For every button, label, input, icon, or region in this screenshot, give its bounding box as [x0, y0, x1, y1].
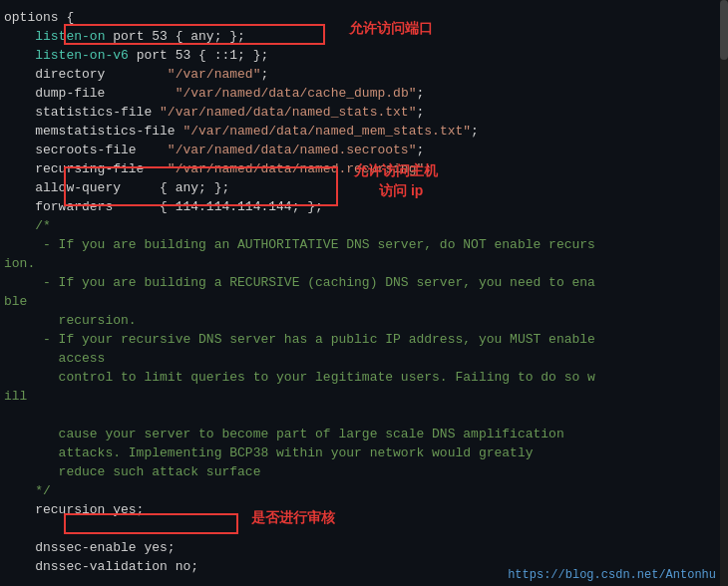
line-29: dnssec-enable yes; — [0, 538, 728, 557]
line-3: listen-on-v6 port 53 { ::1; }; — [0, 46, 728, 65]
line-23: cause your server to become part of larg… — [0, 425, 728, 443]
line-24: attacks. Implementing BCP38 within your … — [0, 443, 728, 462]
line-18: - If your recursive DNS server has a pub… — [0, 330, 728, 349]
line-15: - If you are building a RECURSIVE (cachi… — [0, 273, 728, 292]
line-22 — [0, 406, 728, 425]
footer-url: https://blog.csdn.net/Antonhu — [508, 568, 716, 582]
code-editor: options { listen-on port 53 { any; }; li… — [0, 0, 728, 586]
line-8: secroots-file "/var/named/data/named.sec… — [0, 141, 728, 159]
line-21: ill — [0, 387, 728, 406]
annotation-label-host: 允许访问主机 — [354, 162, 438, 180]
line-19: access — [0, 349, 728, 368]
line-13: - If you are building an AUTHORITATIVE D… — [0, 235, 728, 254]
line-6: statistics-file "/var/named/data/named_s… — [0, 103, 728, 122]
line-4: directory "/var/named"; — [0, 65, 728, 84]
annotation-label-ip: 访问 ip — [379, 182, 423, 200]
annotation-label-audit: 是否进行审核 — [251, 509, 335, 527]
line-26: */ — [0, 481, 728, 500]
annotation-label-port: 允许访问端口 — [349, 20, 433, 38]
line-17: recursion. — [0, 311, 728, 330]
scrollbar[interactable] — [720, 0, 728, 586]
line-14: ion. — [0, 254, 728, 273]
scrollbar-thumb[interactable] — [720, 0, 728, 60]
line-11: forwarders { 114.114.114.144; }; — [0, 197, 728, 216]
line-25: reduce such attack surface — [0, 462, 728, 481]
line-28 — [0, 519, 728, 538]
line-12: /* — [0, 216, 728, 235]
line-5: dump-file "/var/named/data/cache_dump.db… — [0, 84, 728, 103]
line-27: recursion yes; — [0, 500, 728, 519]
line-10: allow-query { any; }; — [0, 178, 728, 197]
line-20: control to limit queries to your legitim… — [0, 368, 728, 387]
line-16: ble — [0, 292, 728, 311]
line-7: memstatistics-file "/var/named/data/name… — [0, 122, 728, 141]
